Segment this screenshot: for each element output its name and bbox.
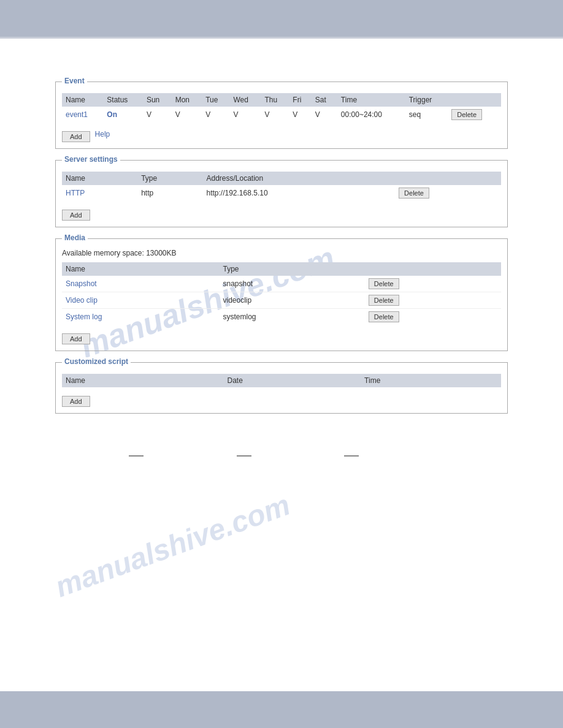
footer-bar — [0, 691, 563, 728]
media-row-name-videoclip: Video clip — [62, 292, 220, 309]
event1-link[interactable]: event1 — [66, 110, 88, 119]
event-col-time: Time — [337, 93, 405, 107]
event-section-title: Event — [62, 77, 87, 85]
event-col-name: Name — [62, 93, 103, 107]
server-section-title: Server settings — [62, 155, 120, 164]
event-col-wed: Wed — [229, 93, 261, 107]
event-row-sun: V — [143, 107, 172, 123]
event-table: Name Status Sun Mon Tue Wed Thu Fri Sat … — [62, 93, 501, 123]
event-row-time: 00:00~24:00 — [337, 107, 405, 123]
media-row-name-snapshot: Snapshot — [62, 276, 220, 292]
event-col-trigger: Trigger — [405, 93, 448, 107]
media-table: Name Type Snapshot snapshot Delete Video… — [62, 262, 501, 325]
server-row-name: HTTP — [62, 185, 137, 201]
media-row-name-systemlog: System log — [62, 309, 220, 325]
event-section: Event Name Status Sun Mon Tue Wed Thu Fr… — [55, 82, 508, 149]
server-section: Server settings Name Type Address/Locati… — [55, 160, 508, 227]
event-row-wed: V — [229, 107, 261, 123]
media-row-delete-snapshot: Delete — [365, 276, 501, 292]
snapshot-delete-button[interactable]: Delete — [369, 278, 399, 289]
script-col-time: Time — [361, 374, 501, 387]
server-table: Name Type Address/Location HTTP http htt… — [62, 172, 501, 201]
server-add-row: Add — [62, 205, 501, 221]
systemlog-link[interactable]: System log — [66, 313, 102, 321]
script-col-name: Name — [62, 374, 223, 387]
event-col-tue: Tue — [202, 93, 229, 107]
customized-script-table: Name Date Time — [62, 374, 501, 387]
watermark-2: manualshive.com — [51, 488, 294, 604]
server-table-header: Name Type Address/Location — [62, 172, 501, 185]
customized-script-add-row: Add — [62, 391, 501, 407]
event-col-status: Status — [103, 93, 143, 107]
event-col-thu: Thu — [261, 93, 289, 107]
main-content: manualshive.com manualshive.com Event Na… — [0, 39, 563, 509]
event-col-mon: Mon — [172, 93, 202, 107]
videoclip-link[interactable]: Video clip — [66, 296, 98, 305]
media-row-type-snapshot: snapshot — [220, 276, 365, 292]
media-section-title: Media — [62, 233, 88, 242]
event-col-sat: Sat — [312, 93, 337, 107]
event-row-thu: V — [261, 107, 289, 123]
event-col-sun: Sun — [143, 93, 172, 107]
event-row-fri: V — [289, 107, 311, 123]
media-row-delete-videoclip: Delete — [365, 292, 501, 309]
server-row-address: http://192.168.5.10 — [202, 185, 395, 201]
media-col-action — [365, 262, 501, 276]
event-row-status: On — [103, 107, 143, 123]
event-add-button[interactable]: Add — [62, 131, 90, 142]
media-row-type-videoclip: videoclip — [220, 292, 365, 309]
event-col-fri: Fri — [289, 93, 311, 107]
http-link[interactable]: HTTP — [66, 189, 85, 197]
event-table-row: event1 On V V V V V V V 00:00~24:00 seq … — [62, 107, 501, 123]
media-row-systemlog: System log systemlog Delete — [62, 309, 501, 325]
event-row-delete-cell: Delete — [448, 107, 501, 123]
media-col-name: Name — [62, 262, 220, 276]
event-delete-button[interactable]: Delete — [451, 109, 482, 120]
script-col-date: Date — [223, 374, 361, 387]
server-col-action — [395, 172, 501, 185]
server-col-address: Address/Location — [202, 172, 395, 185]
media-col-type: Type — [220, 262, 365, 276]
media-row-videoclip: Video clip videoclip Delete — [62, 292, 501, 309]
media-row-type-systemlog: systemlog — [220, 309, 365, 325]
snapshot-link[interactable]: Snapshot — [66, 279, 97, 288]
videoclip-delete-button[interactable]: Delete — [369, 295, 399, 306]
customized-script-title: Customized script — [62, 357, 131, 366]
event-row-sat: V — [312, 107, 337, 123]
customized-script-header: Name Date Time — [62, 374, 501, 387]
server-col-name: Name — [62, 172, 137, 185]
media-add-row: Add — [62, 328, 501, 344]
header-bar — [0, 0, 563, 37]
server-table-row: HTTP http http://192.168.5.10 Delete — [62, 185, 501, 201]
customized-script-section: Customized script Name Date Time Add — [55, 362, 508, 414]
media-add-button[interactable]: Add — [62, 333, 90, 344]
systemlog-delete-button[interactable]: Delete — [369, 311, 399, 322]
media-row-delete-systemlog: Delete — [365, 309, 501, 325]
event-add-row: Add Help — [62, 126, 501, 142]
event-row-trigger: seq — [405, 107, 448, 123]
server-row-type: http — [137, 185, 202, 201]
event-help-link[interactable]: Help — [95, 130, 110, 138]
server-add-button[interactable]: Add — [62, 210, 90, 221]
media-section: Media Available memory space: 13000KB Na… — [55, 238, 508, 351]
server-row-delete-cell: Delete — [395, 185, 501, 201]
server-col-type: Type — [137, 172, 202, 185]
customized-script-add-button[interactable]: Add — [62, 396, 90, 407]
event-row-name: event1 — [62, 107, 103, 123]
media-memory-text: Available memory space: 13000KB — [62, 249, 501, 257]
media-table-header: Name Type — [62, 262, 501, 276]
bottom-decoration — [55, 450, 508, 460]
event-row-tue: V — [202, 107, 229, 123]
media-row-snapshot: Snapshot snapshot Delete — [62, 276, 501, 292]
server-delete-button[interactable]: Delete — [399, 188, 429, 199]
event-col-action — [448, 93, 501, 107]
event-status-on: On — [107, 110, 117, 119]
event-table-header: Name Status Sun Mon Tue Wed Thu Fri Sat … — [62, 93, 501, 107]
event-row-mon: V — [172, 107, 202, 123]
